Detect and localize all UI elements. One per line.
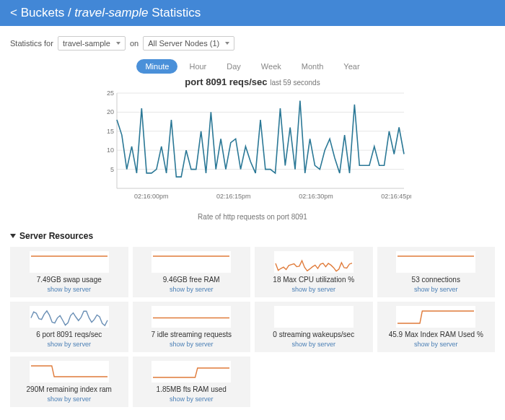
node-select[interactable]: All Server Nodes (1) (143, 36, 234, 51)
show-by-server-link[interactable]: show by server (170, 286, 214, 293)
chart-caption: Rate of http requests on port 8091 (0, 213, 505, 221)
metric-label: 7 idle streaming requests (151, 331, 232, 339)
show-by-server-link[interactable]: show by server (47, 395, 91, 403)
show-by-server-link[interactable]: show by server (414, 286, 458, 293)
metrics-grid: 7.49GB swap usageshow by server9.46GB fr… (0, 247, 505, 417)
svg-text:25: 25 (107, 89, 114, 97)
show-by-server-link[interactable]: show by server (170, 395, 214, 403)
tab-year[interactable]: Year (335, 59, 368, 74)
on-label: on (130, 39, 139, 48)
show-by-server-link[interactable]: show by server (291, 341, 335, 348)
breadcrumb-buckets[interactable]: Buckets (21, 6, 64, 19)
tab-hour[interactable]: Hour (180, 59, 215, 74)
metric-card[interactable]: 9.46GB free RAMshow by server (133, 247, 251, 297)
svg-text:02:16:15pm: 02:16:15pm (216, 193, 251, 200)
svg-text:20: 20 (107, 108, 114, 115)
svg-text:02:16:30pm: 02:16:30pm (299, 193, 333, 200)
sparkline (396, 251, 475, 273)
sparkline (274, 306, 354, 328)
chevron-down-icon (10, 234, 16, 238)
sparkline (152, 251, 231, 273)
metric-label: 53 connections (412, 276, 460, 284)
svg-text:02:16:00pm: 02:16:00pm (134, 193, 169, 200)
metric-card[interactable]: 6 port 8091 reqs/secshow by server (10, 302, 128, 352)
section-title: Server Resources (19, 231, 93, 241)
sparkline (30, 251, 109, 273)
metric-card[interactable]: 1.85MB fts RAM usedshow by server (133, 356, 251, 407)
breadcrumb-sep: / (68, 6, 71, 19)
metric-card[interactable]: 53 connectionsshow by server (377, 247, 496, 297)
show-by-server-link[interactable]: show by server (414, 341, 458, 348)
metric-card[interactable]: 7.49GB swap usageshow by server (10, 247, 128, 297)
main-chart: 51015202502:16:00pm02:16:15pm02:16:30pm0… (94, 89, 411, 210)
sparkline (152, 361, 231, 382)
show-by-server-link[interactable]: show by server (291, 286, 335, 293)
metric-label: 1.85MB fts RAM used (157, 385, 227, 394)
stats-for-label: Statistics for (10, 39, 53, 48)
svg-text:5: 5 (110, 166, 114, 173)
bucket-select[interactable]: travel-sample (58, 36, 126, 51)
sparkline (152, 306, 231, 328)
metric-card[interactable]: 18 Max CPU utilization %show by server (255, 247, 373, 297)
tab-month[interactable]: Month (293, 59, 333, 74)
metric-card[interactable]: 0 streaming wakeups/secshow by server (255, 302, 373, 352)
svg-text:15: 15 (107, 128, 114, 135)
breadcrumb-bucket-name: travel-sample (74, 6, 148, 19)
tab-minute[interactable]: Minute (136, 59, 177, 74)
show-by-server-link[interactable]: show by server (47, 341, 91, 348)
svg-text:10: 10 (107, 146, 114, 154)
metric-label: 18 Max CPU utilization % (273, 276, 354, 284)
metric-label: 6 port 8091 reqs/sec (36, 331, 102, 339)
breadcrumb-page: Statistics (152, 6, 201, 19)
show-by-server-link[interactable]: show by server (47, 286, 91, 293)
metric-label: 7.49GB swap usage (37, 276, 102, 284)
chart-title: port 8091 reqs/sec last 59 seconds (0, 76, 505, 87)
chart-title-text: port 8091 reqs/sec (185, 76, 267, 87)
metric-card[interactable]: 7 idle streaming requestsshow by server (133, 302, 251, 352)
back-button[interactable]: < (10, 6, 17, 19)
sparkline (30, 306, 109, 328)
metric-label: 0 streaming wakeups/sec (273, 331, 354, 339)
tab-day[interactable]: Day (218, 59, 250, 74)
filter-bar: Statistics for travel-sample on All Serv… (0, 26, 505, 55)
breadcrumb-header: < Buckets / travel-sample Statistics (0, 0, 505, 26)
sparkline (396, 306, 475, 328)
show-by-server-link[interactable]: show by server (170, 341, 214, 348)
metric-card[interactable]: 45.9 Max Index RAM Used %show by server (377, 302, 496, 352)
sparkline (30, 361, 109, 382)
svg-text:02:16:45pm: 02:16:45pm (381, 193, 411, 200)
metric-label: 9.46GB free RAM (163, 276, 220, 284)
metric-card[interactable]: 290M remaining index ramshow by server (10, 356, 128, 407)
metric-label: 290M remaining index ram (27, 385, 112, 394)
section-server-resources[interactable]: Server Resources (0, 231, 505, 247)
chart-subtitle: last 59 seconds (270, 79, 320, 87)
time-range-tabs: MinuteHourDayWeekMonthYear (0, 59, 505, 74)
sparkline (274, 251, 354, 273)
tab-week[interactable]: Week (252, 59, 290, 74)
metric-label: 45.9 Max Index RAM Used % (389, 331, 483, 339)
